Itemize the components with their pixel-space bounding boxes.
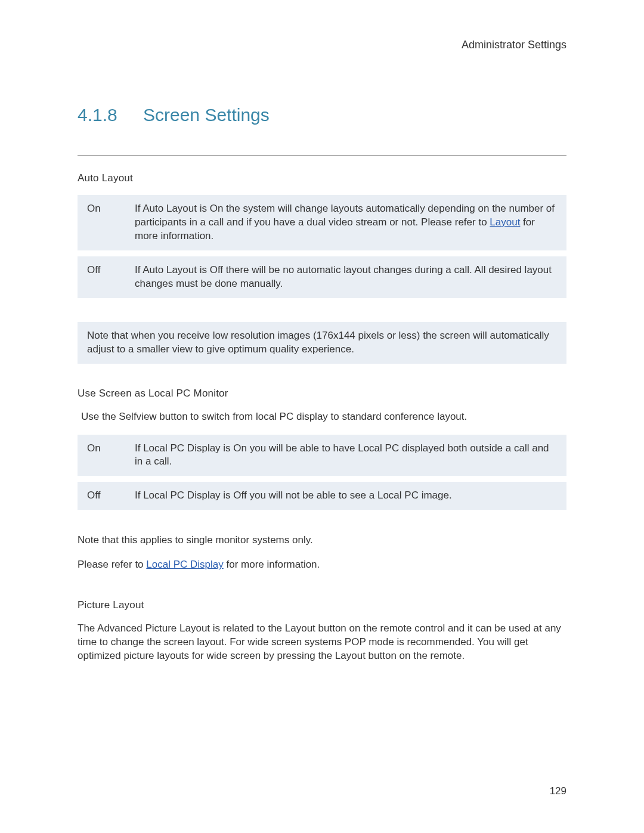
auto-layout-on-desc: If Auto Layout is On the system will cha… [125, 195, 566, 253]
section-heading: 4.1.8 Screen Settings [78, 105, 566, 125]
local-pc-intro: Use the Selfview button to switch from l… [78, 410, 566, 424]
auto-layout-heading: Auto Layout [78, 172, 566, 184]
picture-layout-heading: Picture Layout [78, 599, 566, 611]
auto-layout-off-desc: If Auto Layout is Off there will be no a… [125, 253, 566, 298]
auto-layout-table: On If Auto Layout is On the system will … [78, 195, 566, 298]
local-pc-on-key: On [78, 435, 125, 479]
auto-layout-note: Note that when you receive low resolutio… [78, 322, 566, 364]
local-pc-display-link[interactable]: Local PC Display [146, 559, 223, 570]
table-row: Off If Local PC Display is Off you will … [78, 479, 566, 510]
local-pc-heading: Use Screen as Local PC Monitor [78, 388, 566, 400]
local-pc-note2-before: Please refer to [78, 559, 146, 570]
section-number: 4.1.8 [78, 105, 143, 125]
section-title: Screen Settings [143, 105, 270, 125]
local-pc-off-key: Off [78, 479, 125, 510]
table-row: On If Local PC Display is On you will be… [78, 435, 566, 479]
local-pc-note2: Please refer to Local PC Display for mor… [78, 558, 566, 572]
divider [78, 155, 566, 156]
auto-layout-on-key: On [78, 195, 125, 253]
breadcrumb: Administrator Settings [78, 39, 566, 51]
page: Administrator Settings 4.1.8 Screen Sett… [0, 0, 644, 833]
table-row: On If Auto Layout is On the system will … [78, 195, 566, 253]
local-pc-on-desc: If Local PC Display is On you will be ab… [125, 435, 566, 479]
local-pc-off-desc: If Local PC Display is Off you will not … [125, 479, 566, 510]
local-pc-note2-after: for more information. [224, 559, 320, 570]
table-row: Off If Auto Layout is Off there will be … [78, 253, 566, 298]
local-pc-table: On If Local PC Display is On you will be… [78, 435, 566, 510]
layout-link[interactable]: Layout [490, 216, 520, 228]
picture-layout-body: The Advanced Picture Layout is related t… [78, 622, 566, 663]
auto-layout-off-key: Off [78, 253, 125, 298]
page-number: 129 [550, 785, 566, 797]
local-pc-note1: Note that this applies to single monitor… [78, 534, 566, 547]
